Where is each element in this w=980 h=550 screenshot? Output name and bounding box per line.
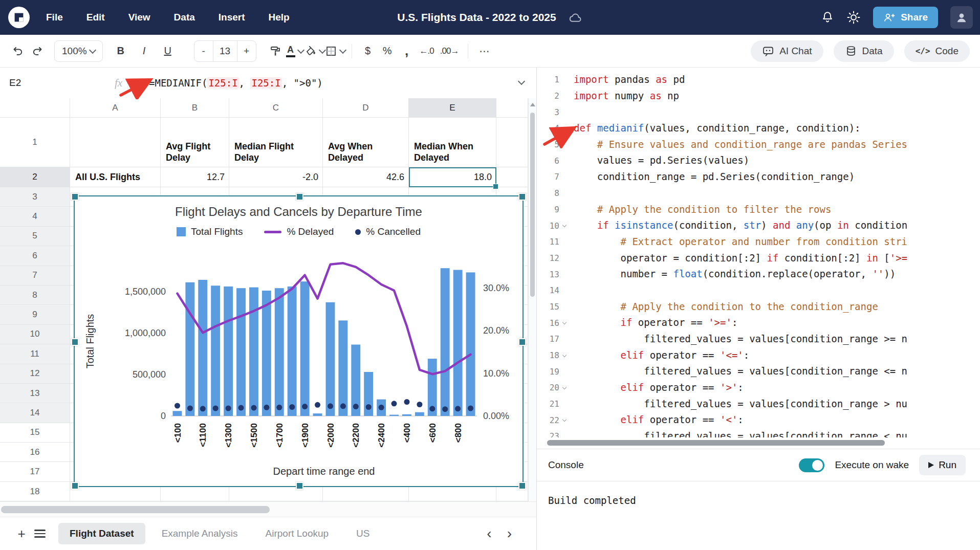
code-line-number[interactable]: 16 bbox=[537, 315, 569, 331]
cell-E1[interactable]: Median When Delayed bbox=[409, 118, 496, 167]
horizontal-scrollbar[interactable] bbox=[0, 501, 536, 517]
code-line[interactable]: import numpy as np bbox=[569, 88, 980, 104]
code-line[interactable]: filtered_values = values[condition_range… bbox=[569, 331, 980, 347]
code-line[interactable]: elif operator == '>': bbox=[569, 380, 980, 396]
code-line-number[interactable]: 15 bbox=[537, 299, 569, 315]
code-line-number[interactable]: 8 bbox=[537, 185, 569, 202]
format-paint-button[interactable] bbox=[266, 41, 285, 61]
scroll-up-arrow-icon[interactable] bbox=[530, 103, 535, 106]
text-color-button[interactable]: A bbox=[285, 41, 304, 61]
sheet-tab-example-analysis[interactable]: Example Analysis bbox=[150, 523, 249, 544]
code-line[interactable]: filtered_values = values[condition_range… bbox=[569, 396, 980, 412]
italic-button[interactable]: I bbox=[135, 41, 154, 61]
code-line[interactable]: # Apply the condition to the condition_r… bbox=[569, 299, 980, 315]
menu-data[interactable]: Data bbox=[174, 12, 195, 23]
row-header-17[interactable]: 17 bbox=[0, 462, 70, 481]
sheet-tab-us[interactable]: US bbox=[345, 523, 381, 544]
notifications-bell-icon[interactable] bbox=[821, 11, 834, 24]
format-comma-button[interactable]: , bbox=[397, 41, 417, 61]
fold-toggle-icon[interactable] bbox=[561, 322, 568, 324]
code-line-number[interactable]: 21 bbox=[537, 396, 569, 412]
column-header-D[interactable]: D bbox=[323, 98, 409, 118]
code-line-number[interactable]: 18 bbox=[537, 347, 569, 364]
format-percent-button[interactable]: % bbox=[378, 41, 397, 61]
next-sheet-button[interactable]: › bbox=[507, 525, 512, 542]
grid-corner[interactable] bbox=[0, 98, 70, 118]
code-line[interactable]: operator = condition[:2] if condition[:2… bbox=[569, 250, 980, 267]
formula-input[interactable]: =MEDIANIF(I25:I, I25:I, ">0") bbox=[149, 68, 323, 98]
row-header-18[interactable]: 18 bbox=[0, 482, 70, 501]
code-line[interactable] bbox=[569, 282, 980, 299]
code-line[interactable] bbox=[569, 104, 980, 120]
sheet-menu-button[interactable] bbox=[31, 523, 49, 544]
app-logo-icon[interactable] bbox=[8, 7, 30, 28]
ai-chat-button[interactable]: AI Chat bbox=[751, 40, 823, 62]
cell-D1[interactable]: Avg When Delayed bbox=[323, 118, 409, 167]
chart-resize-handle[interactable] bbox=[518, 338, 526, 346]
decrease-decimal-button[interactable]: ←.0 bbox=[417, 41, 437, 61]
menu-insert[interactable]: Insert bbox=[219, 12, 245, 23]
code-line[interactable]: values = pd.Series(values) bbox=[569, 152, 980, 169]
code-line-number[interactable]: 5 bbox=[537, 137, 569, 153]
row-header-6[interactable]: 6 bbox=[0, 246, 70, 266]
code-line[interactable]: # Extract operator and number from condi… bbox=[569, 234, 980, 250]
cell-B1[interactable]: Avg Flight Delay bbox=[161, 118, 229, 167]
row-header-11[interactable]: 11 bbox=[0, 344, 70, 364]
embedded-chart[interactable]: 0500,0001,000,0001,500,0000.00%10.0%20.0… bbox=[74, 195, 524, 487]
row-header-1[interactable]: 1 bbox=[0, 118, 70, 167]
cell-reference-box[interactable]: E2 bbox=[9, 68, 21, 98]
code-line[interactable]: filtered_values = values[condition_range… bbox=[569, 428, 980, 437]
row-header-5[interactable]: 5 bbox=[0, 227, 70, 246]
code-line-number[interactable]: 10 bbox=[537, 217, 569, 234]
code-scrollbar-thumb[interactable] bbox=[547, 440, 885, 446]
code-line[interactable]: # Apply the condition to filter the rows bbox=[569, 202, 980, 218]
code-line-number[interactable]: 4 bbox=[537, 120, 569, 137]
code-line-number[interactable]: 1 bbox=[537, 72, 569, 88]
code-line[interactable]: if isinstance(condition, str) and any(op… bbox=[569, 217, 980, 234]
cell-D2[interactable]: 42.6 bbox=[323, 167, 409, 187]
legend-item-pct-cancelled[interactable]: % Cancelled bbox=[355, 226, 421, 237]
undo-button[interactable] bbox=[8, 41, 28, 61]
row-header-2[interactable]: 2 bbox=[0, 167, 70, 187]
chart-resize-handle[interactable] bbox=[296, 193, 303, 201]
row-header-10[interactable]: 10 bbox=[0, 325, 70, 344]
fold-toggle-icon[interactable] bbox=[561, 225, 568, 227]
code-line-number[interactable]: 13 bbox=[537, 266, 569, 282]
menu-help[interactable]: Help bbox=[269, 12, 290, 23]
code-line[interactable]: number = float(condition.replace(operato… bbox=[569, 266, 980, 282]
fold-toggle-icon[interactable] bbox=[561, 355, 568, 357]
code-line-number[interactable]: 19 bbox=[537, 363, 569, 380]
row-header-7[interactable]: 7 bbox=[0, 266, 70, 285]
row-header-8[interactable]: 8 bbox=[0, 285, 70, 305]
menu-view[interactable]: View bbox=[128, 12, 150, 23]
increase-font-size-button[interactable]: + bbox=[237, 41, 256, 61]
code-line[interactable]: import pandas as pd bbox=[569, 72, 980, 88]
code-line[interactable]: if operator == '>=': bbox=[569, 315, 980, 331]
row-header-12[interactable]: 12 bbox=[0, 364, 70, 384]
cell-F1[interactable] bbox=[496, 118, 528, 167]
execute-on-wake-toggle[interactable] bbox=[799, 458, 824, 472]
code-line-number[interactable]: 14 bbox=[537, 282, 569, 299]
run-button[interactable]: Run bbox=[919, 455, 966, 475]
format-currency-button[interactable]: $ bbox=[358, 41, 378, 61]
sheet-tab-airport-lookup[interactable]: Airport Lookup bbox=[254, 523, 340, 544]
code-content[interactable]: import pandas as pdimport numpy as npdef… bbox=[569, 72, 980, 437]
bold-button[interactable]: B bbox=[111, 41, 130, 61]
menu-file[interactable]: File bbox=[46, 12, 63, 23]
code-line-number[interactable]: 6 bbox=[537, 152, 569, 169]
code-line[interactable]: condition_range = pd.Series(condition_ra… bbox=[569, 169, 980, 185]
code-line-number[interactable]: 23 bbox=[537, 428, 569, 437]
sheet-tab-flight-dataset[interactable]: Flight Dataset bbox=[58, 523, 145, 544]
row-header-3[interactable]: 3 bbox=[0, 187, 70, 207]
code-line[interactable]: filtered_values = values[condition_range… bbox=[569, 363, 980, 380]
row-header-4[interactable]: 4 bbox=[0, 207, 70, 226]
increase-decimal-button[interactable]: .00→ bbox=[437, 41, 462, 61]
cell-B2[interactable]: 12.7 bbox=[161, 167, 229, 187]
code-button[interactable]: </> Code bbox=[904, 40, 970, 62]
row-header-13[interactable]: 13 bbox=[0, 384, 70, 403]
code-line-number[interactable]: 11 bbox=[537, 234, 569, 250]
code-line-number[interactable]: 20 bbox=[537, 380, 569, 396]
column-header-A[interactable]: A bbox=[70, 98, 161, 118]
code-line-number[interactable]: 12 bbox=[537, 250, 569, 267]
row-header-16[interactable]: 16 bbox=[0, 443, 70, 462]
